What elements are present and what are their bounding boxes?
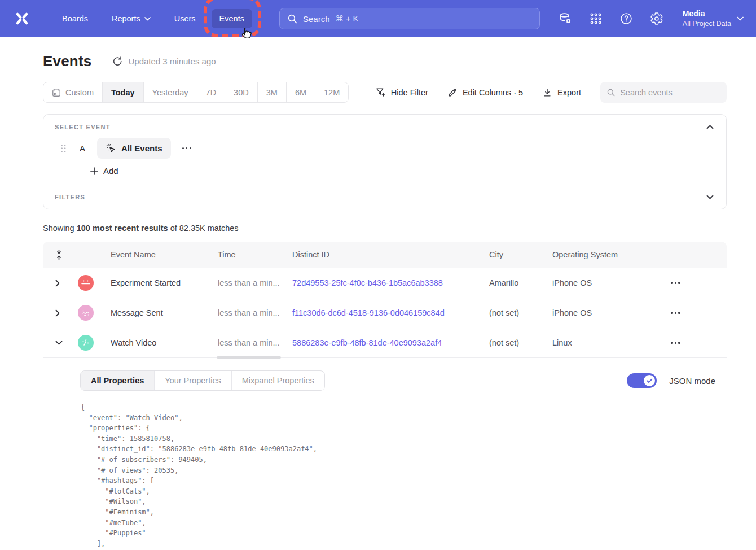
- os-cell: Linux: [544, 338, 661, 347]
- date-option-7d[interactable]: 7D: [197, 82, 226, 102]
- date-option-custom[interactable]: Custom: [43, 82, 103, 102]
- expand-filters-button[interactable]: [705, 194, 715, 200]
- event-avatar: [78, 275, 94, 291]
- export-button[interactable]: Export: [542, 88, 581, 98]
- row-more-button[interactable]: [667, 338, 727, 347]
- search-events-field[interactable]: [600, 82, 727, 103]
- tab-your-properties[interactable]: Your Properties: [154, 371, 231, 390]
- search-shortcut-hint: ⌘ + K: [335, 14, 358, 23]
- top-nav: Boards Reports Users Events Search ⌘ + K: [0, 0, 756, 37]
- date-option-12m[interactable]: 12M: [315, 82, 348, 102]
- hide-filter-label: Hide Filter: [391, 88, 428, 97]
- refresh-icon[interactable]: [112, 56, 122, 67]
- filters-label: FILTERS: [55, 194, 85, 200]
- select-event-label: SELECT EVENT: [55, 124, 111, 130]
- search-events-input[interactable]: [620, 88, 720, 97]
- distinct-id-cell: f11c30d6-dc6d-4518-9136-0d046159c84d: [284, 308, 481, 317]
- tab-all-properties[interactable]: All Properties: [81, 371, 154, 390]
- json-mode-label: JSON mode: [669, 376, 715, 386]
- filter-icon: [375, 87, 386, 98]
- distinct-id-link[interactable]: f11c30d6-dc6d-4518-9136-0d046159c84d: [292, 308, 445, 317]
- hide-filter-button[interactable]: Hide Filter: [375, 87, 428, 98]
- distinct-id-link[interactable]: 5886283e-e9fb-48fb-81de-40e9093a2af4: [292, 338, 442, 347]
- nav-item-users[interactable]: Users: [166, 9, 204, 28]
- hand-cursor-icon: [239, 26, 253, 41]
- properties-tabs: All Properties Your Properties Mixpanel …: [80, 370, 325, 391]
- chevron-right-icon: [55, 309, 60, 317]
- add-event-button[interactable]: Add: [90, 166, 118, 176]
- event-json-view: { "event": "Watch Video", "properties": …: [81, 402, 715, 549]
- collapse-select-event-button[interactable]: [705, 124, 715, 130]
- nav-item-events[interactable]: Events: [212, 9, 252, 28]
- drag-handle[interactable]: [61, 145, 65, 152]
- date-option-3m[interactable]: 3M: [258, 82, 287, 102]
- edit-columns-button[interactable]: Edit Columns · 5: [447, 88, 523, 98]
- horizontal-scrollbar[interactable]: [217, 356, 281, 359]
- tab-mixpanel-properties[interactable]: Mixpanel Properties: [231, 371, 324, 390]
- event-selector-button[interactable]: All Events: [97, 138, 171, 159]
- settings-gear-icon[interactable]: [650, 12, 663, 25]
- date-option-30d[interactable]: 30D: [225, 82, 258, 102]
- column-header-os[interactable]: Operating System: [544, 250, 661, 259]
- collapse-row-button[interactable]: [43, 341, 70, 345]
- results-summary: Showing 100 most recent results of 82.35…: [43, 224, 727, 233]
- nav-item-reports[interactable]: Reports: [104, 9, 159, 28]
- event-detail-panel: All Properties Your Properties Mixpanel …: [43, 358, 727, 549]
- expand-row-button[interactable]: [43, 309, 70, 317]
- os-cell: iPhone OS: [544, 308, 661, 317]
- table-row[interactable]: Message Sent less than a min... f11c30d6…: [43, 298, 727, 328]
- event-cursor-icon: [106, 143, 116, 154]
- event-name-cell: Experiment Started: [102, 278, 209, 287]
- date-option-label: 6M: [295, 88, 306, 97]
- mixpanel-logo-icon[interactable]: [12, 9, 32, 28]
- event-more-button[interactable]: [179, 144, 195, 152]
- column-header-event-name[interactable]: Event Name: [102, 250, 209, 259]
- global-search-input[interactable]: Search ⌘ + K: [279, 8, 540, 29]
- chevron-down-icon: [144, 17, 151, 21]
- chevron-down-icon: [706, 195, 714, 199]
- expand-row-button[interactable]: [43, 280, 70, 287]
- column-header-distinct-id[interactable]: Distinct ID: [284, 250, 481, 259]
- edit-columns-label: Edit Columns · 5: [463, 88, 523, 97]
- date-option-label: Custom: [65, 88, 94, 97]
- apps-grid-icon[interactable]: [589, 12, 603, 25]
- event-name-cell: Message Sent: [102, 308, 209, 317]
- download-icon: [542, 88, 552, 98]
- row-more-button[interactable]: [667, 278, 727, 287]
- calendar-icon: [52, 88, 61, 97]
- date-option-label: 30D: [234, 88, 249, 97]
- selected-event-name: All Events: [121, 143, 162, 153]
- toggle-knob: [644, 375, 655, 386]
- distinct-id-link[interactable]: 72d49553-25fc-4f0c-b436-1b5ac6ab3388: [292, 278, 443, 287]
- column-header-time[interactable]: Time: [209, 250, 284, 259]
- project-switcher[interactable]: Media All Project Data: [683, 8, 744, 29]
- table-row-expanded[interactable]: Watch Video less than a min... 5886283e-…: [43, 328, 727, 357]
- page-title: Events: [43, 53, 91, 70]
- search-icon: [607, 88, 615, 97]
- date-range-picker: Custom Today Yesterday 7D 30D 3M 6M 12M: [43, 82, 349, 103]
- nav-item-boards[interactable]: Boards: [54, 9, 96, 28]
- table-header: Event Name Time Distinct ID City Operati…: [43, 242, 727, 268]
- event-avatar: [78, 335, 94, 351]
- nav-item-label: Boards: [62, 14, 88, 23]
- project-name: Media: [683, 8, 731, 19]
- primary-nav: Boards Reports Users Events: [54, 9, 252, 28]
- date-option-6m[interactable]: 6M: [287, 82, 315, 102]
- expand-all-button[interactable]: [43, 249, 70, 260]
- add-label: Add: [103, 166, 118, 176]
- date-option-today[interactable]: Today: [103, 82, 144, 102]
- export-label: Export: [557, 88, 581, 97]
- city-cell: Amarillo: [481, 278, 544, 287]
- date-option-yesterday[interactable]: Yesterday: [144, 82, 197, 102]
- table-row[interactable]: Experiment Started less than a min... 72…: [43, 268, 727, 298]
- column-header-city[interactable]: City: [481, 250, 544, 259]
- data-management-icon[interactable]: [559, 12, 572, 25]
- json-mode-toggle[interactable]: [627, 373, 657, 388]
- date-option-label: 3M: [266, 88, 278, 97]
- help-icon[interactable]: [619, 12, 633, 25]
- search-icon: [288, 14, 297, 24]
- row-more-button[interactable]: [667, 308, 727, 317]
- query-builder-card: SELECT EVENT A: [43, 114, 727, 209]
- date-option-label: 12M: [324, 88, 340, 97]
- pencil-icon: [447, 88, 458, 98]
